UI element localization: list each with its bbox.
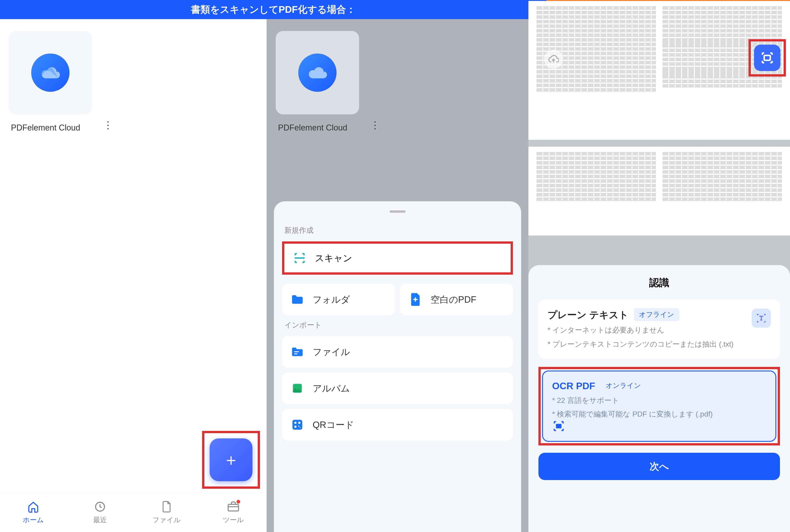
tab-tools[interactable]: ツール: [200, 493, 267, 532]
tab-bar: ホーム 最近 ファイル ツール: [0, 493, 267, 532]
ocr-highlight: OCR PDF オンライン * 22 言語をサポート * 検索可能で編集可能な …: [538, 367, 780, 445]
add-button[interactable]: ＋: [209, 438, 253, 481]
more-icon[interactable]: [103, 119, 113, 131]
qr-icon: [291, 418, 304, 431]
svg-rect-16: [557, 426, 559, 428]
fab-highlight: ＋: [202, 431, 260, 489]
svg-rect-3: [415, 298, 416, 302]
svg-rect-15: [557, 425, 561, 426]
home-icon: [27, 500, 40, 513]
cloud-folder-card[interactable]: PDFelement Cloud: [9, 31, 92, 133]
cloud-folder-thumb: [9, 31, 92, 114]
recognition-title: 認識: [538, 276, 780, 289]
blank-pdf-icon: [409, 293, 422, 306]
toolbox-icon: [227, 500, 240, 513]
cloud-folder-label: PDFelement Cloud: [9, 123, 92, 133]
file-item[interactable]: ファイル: [282, 336, 513, 367]
svg-rect-13: [764, 55, 770, 60]
sheet-panel: PDFelement Cloud 新規作成 スキャン フォルダ 空白のPDF イ…: [267, 19, 528, 532]
ocr-pdf-option[interactable]: OCR PDF オンライン * 22 言語をサポート * 検索可能で編集可能な …: [542, 370, 776, 442]
section-import: インポート: [284, 320, 513, 330]
svg-rect-9: [298, 422, 300, 424]
tab-recent[interactable]: 最近: [67, 493, 133, 532]
tab-home[interactable]: ホーム: [0, 493, 67, 532]
cloud-icon: [31, 54, 70, 92]
svg-rect-1: [228, 505, 239, 511]
scan-button[interactable]: [754, 45, 780, 71]
qr-item[interactable]: QRコード: [282, 409, 513, 440]
folder-item[interactable]: フォルダ: [282, 284, 395, 315]
home-panel: PDFelement Cloud ＋ ホーム 最近 ファイル ツール: [0, 19, 267, 532]
online-badge: オンライン: [601, 379, 646, 392]
offline-badge: オフライン: [634, 308, 679, 321]
new-sheet: 新規作成 スキャン フォルダ 空白のPDF インポート ファイル アルバム: [274, 201, 521, 532]
scan-item[interactable]: スキャン: [284, 244, 511, 272]
svg-rect-10: [294, 426, 296, 428]
upload-button[interactable]: [544, 50, 563, 69]
more-icon: [370, 119, 380, 131]
recognition-panel: 認識 プレーン テキスト オフライン * インターネットは必要ありません * プ…: [528, 19, 790, 532]
svg-rect-8: [294, 422, 296, 424]
svg-rect-7: [292, 420, 302, 430]
next-button[interactable]: 次へ: [538, 453, 780, 480]
album-item[interactable]: アルバム: [282, 373, 513, 404]
file-icon: [160, 500, 173, 513]
notification-dot: [237, 500, 240, 504]
plain-text-option[interactable]: プレーン テキスト オフライン * インターネットは必要ありません * プレーン…: [538, 300, 780, 359]
text-icon: [752, 309, 771, 328]
tab-files[interactable]: ファイル: [133, 493, 200, 532]
files-icon: [291, 345, 304, 359]
album-icon: [291, 382, 304, 395]
banner-scan: 書類をスキャンしてPDF化する場合：: [0, 0, 547, 19]
scan-icon: [293, 251, 306, 265]
scan-highlight: スキャン: [282, 242, 513, 275]
scan-button-highlight: [749, 39, 786, 77]
cloud-folder-card-dimmed: PDFelement Cloud: [276, 31, 359, 133]
recognition-sheet: 認識 プレーン テキスト オフライン * インターネットは必要ありません * プ…: [528, 265, 790, 532]
svg-rect-5: [294, 354, 297, 354]
svg-rect-11: [298, 426, 299, 426]
sheet-grip[interactable]: [390, 210, 406, 213]
doc-page-2: [528, 147, 790, 235]
svg-rect-4: [294, 352, 299, 352]
folder-icon: [291, 293, 304, 306]
clock-icon: [94, 500, 106, 513]
blank-pdf-item[interactable]: 空白のPDF: [400, 284, 513, 315]
cloud-icon: [298, 54, 336, 92]
svg-rect-12: [300, 427, 300, 428]
ocr-icon: [552, 419, 766, 433]
section-new: 新規作成: [284, 226, 513, 235]
